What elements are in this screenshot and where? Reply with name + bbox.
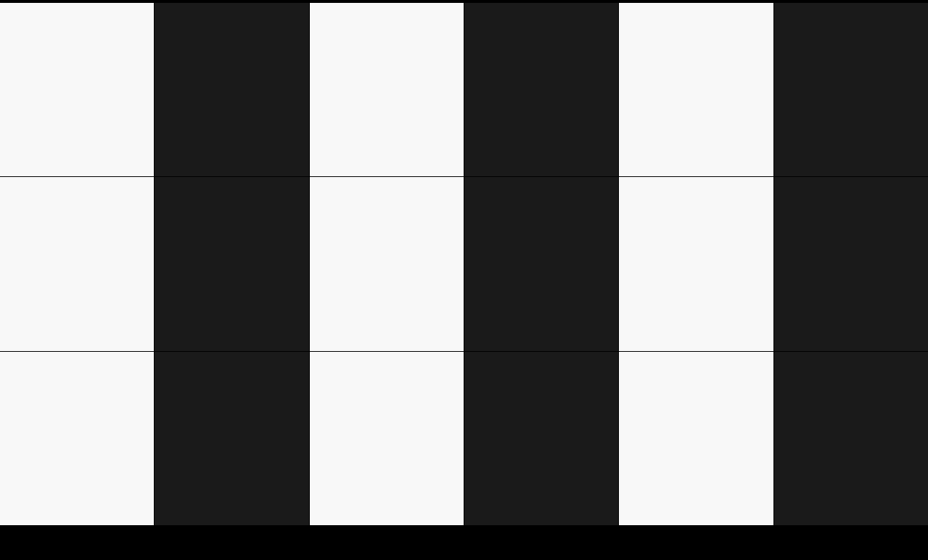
- thumb-2-6: [774, 177, 928, 350]
- thumb-3-1: [0, 352, 154, 525]
- thumb-3-4: [464, 352, 618, 525]
- thumb-2-4: [464, 177, 618, 350]
- thumb-2-2: [155, 177, 308, 350]
- thumb-1-5: [619, 3, 773, 176]
- thumb-3-2: [155, 352, 308, 525]
- thumbnail-grid: [0, 3, 928, 525]
- thumb-2-5: [619, 177, 773, 350]
- thumb-2-1: [0, 177, 154, 350]
- thumb-2-3: [310, 177, 464, 350]
- thumb-3-6: [774, 352, 928, 525]
- thumb-1-4: [464, 3, 618, 176]
- thumb-1-6: [774, 3, 928, 176]
- thumb-3-5: [619, 352, 773, 525]
- thumb-1-3: [310, 3, 464, 176]
- thumb-3-3: [310, 352, 464, 525]
- thumb-1-1: [0, 3, 154, 176]
- thumb-1-2: [155, 3, 308, 176]
